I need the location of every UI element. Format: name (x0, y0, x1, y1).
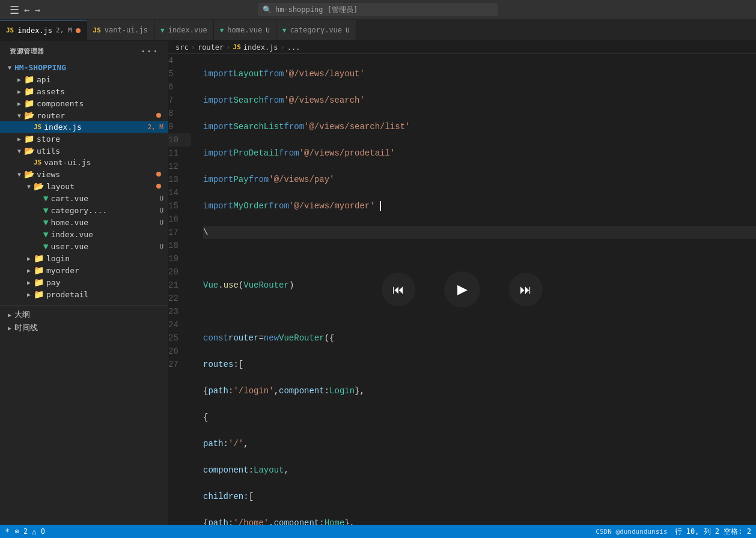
sidebar-item-label: api (37, 75, 50, 84)
expand-arrow: ▼ (5, 64, 14, 71)
expand-arrow: ▼ (14, 112, 24, 119)
folder-icon: 📁 (34, 265, 44, 275)
line-number: 4 (168, 54, 191, 67)
sidebar-item-label: layout (46, 182, 75, 191)
sidebar-item-pay[interactable]: ▶ 📁 pay (0, 276, 168, 288)
sidebar-header: 资源管理器 ··· (0, 41, 168, 62)
menu-icon[interactable]: ☰ (10, 4, 19, 16)
sidebar-item-label: pay (46, 278, 60, 287)
vue-icon: ▼ (220, 26, 224, 34)
code-line: path: '/', (203, 437, 756, 450)
sidebar-item-router-index[interactable]: JS index.js 2, M (0, 121, 168, 133)
sidebar-item-views[interactable]: ▼ 📂 views (0, 168, 168, 180)
play-button[interactable]: ▶ (444, 271, 480, 307)
sidebar-item-label: index.js (44, 122, 82, 131)
sidebar-item-utils[interactable]: ▼ 📂 utils (0, 145, 168, 157)
folder-open-icon: 📂 (24, 146, 34, 156)
line-number: 5 (168, 67, 191, 80)
vue-file-icon: ▼ (43, 217, 48, 227)
folder-icon: 📁 (24, 86, 34, 96)
sidebar-item-home-vue[interactable]: ▼ home.vue U (0, 216, 168, 228)
git-icon[interactable]: * (5, 527, 10, 536)
sidebar-item-label: login (46, 254, 70, 263)
statusbar-right: CSDN @dundundunsis 行 10, 列 2 空格: 2 (596, 527, 751, 537)
forward-button[interactable]: → (35, 4, 41, 16)
sidebar-item-layout[interactable]: ▼ 📂 layout (0, 180, 168, 192)
sidebar: 资源管理器 ··· ▼ HM-SHOPPING ▶ 📁 api ▶ 📁 asse… (0, 41, 168, 525)
sidebar-item-api[interactable]: ▶ 📁 api (0, 73, 168, 85)
sidebar-item-router[interactable]: ▼ 📂 router (0, 109, 168, 121)
sidebar-root[interactable]: ▼ HM-SHOPPING (0, 62, 168, 73)
line-number: 22 (168, 292, 191, 305)
sidebar-item-label: views (37, 170, 60, 179)
line-number: 8 (168, 107, 191, 120)
expand-arrow: ▶ (14, 76, 24, 83)
line-number: 19 (168, 252, 191, 265)
line-number: 15 (168, 199, 191, 213)
sidebar-more-button[interactable]: ··· (140, 46, 159, 57)
sidebar-item-vant-ui[interactable]: JS vant-ui.js (0, 157, 168, 168)
modified-badge (156, 113, 161, 118)
file-badge: U (159, 243, 163, 250)
tab-category-vue[interactable]: ▼ category.vue U (276, 20, 356, 40)
prev-track-button[interactable]: ⏮ (382, 273, 415, 306)
sidebar-item-components[interactable]: ▶ 📁 components (0, 97, 168, 109)
cursor-position: 行 10, 列 2 空格: 2 (675, 527, 751, 537)
nav-arrows: ← → (24, 4, 40, 16)
code-line: { path: '/home', component: Home }, (203, 516, 756, 525)
tab-vant-ui-js[interactable]: JS vant-ui.js (87, 20, 155, 40)
sidebar-item-label: components (37, 99, 84, 108)
sidebar-item-myorder[interactable]: ▶ 📁 myorder (0, 264, 168, 276)
sidebar-item-login[interactable]: ▶ 📁 login (0, 252, 168, 264)
sidebar-item-user-vue[interactable]: ▼ user.vue U (0, 240, 168, 252)
code-line: import SearchList from '@/views/search/l… (203, 120, 756, 133)
file-badge: 2, M (148, 123, 164, 131)
search-icon: 🔍 (263, 5, 272, 14)
vue-icon: ▼ (160, 26, 165, 34)
tab-home-vue[interactable]: ▼ home.vue U (214, 20, 276, 40)
sidebar-item-prodetail[interactable]: ▶ 📁 prodetail (0, 288, 168, 300)
tab-filename: vant-ui.js (105, 26, 148, 34)
expand-arrow: ▶ (5, 312, 14, 318)
code-line: import ProDetail from '@/views/prodetail… (203, 147, 756, 160)
code-line-cursor: \ (203, 226, 756, 239)
vue-file-icon: ▼ (43, 205, 48, 215)
breadcrumb-lang: JS (233, 43, 241, 51)
code-line: const router = new VueRouter({ (203, 331, 756, 345)
code-line: component: Layout, (203, 464, 756, 477)
next-track-button[interactable]: ⏭ (509, 273, 543, 306)
code-line: import Search from '@/views/search' (203, 94, 756, 107)
sidebar-item-label: router (37, 111, 65, 120)
expand-arrow: ▶ (24, 279, 34, 286)
sidebar-timeline-panel[interactable]: ▶ 时间线 (0, 321, 168, 334)
expand-arrow: ▼ (14, 148, 24, 154)
tab-index-js[interactable]: JS index.js 2, M (0, 20, 87, 40)
tab-index-vue[interactable]: ▼ index.vue (154, 20, 214, 40)
code-editor[interactable]: 4 5 6 7 8 9 10 11 12 13 14 15 16 17 18 1… (168, 54, 756, 525)
expand-arrow: ▼ (24, 183, 34, 190)
statusbar: * ⊗ 2 △ 0 CSDN @dundundunsis 行 10, 列 2 空… (0, 525, 756, 538)
back-button[interactable]: ← (24, 4, 30, 16)
sidebar-outline-panel[interactable]: ▶ 大纲 (0, 308, 168, 321)
breadcrumb-part: src (175, 43, 189, 52)
sidebar-item-cart-vue[interactable]: ▼ cart.vue U (0, 192, 168, 204)
js-file-icon: JS (34, 159, 41, 166)
search-bar[interactable]: 🔍 hm-shopping [管理员] (258, 3, 498, 16)
folder-icon: 📁 (34, 277, 44, 287)
expand-arrow: ▶ (24, 267, 34, 274)
code-line: { (203, 411, 756, 424)
sidebar-item-category-vue[interactable]: ▼ category.... U (0, 204, 168, 216)
file-badge: U (159, 195, 163, 202)
sidebar-item-store[interactable]: ▶ 📁 store (0, 133, 168, 145)
sidebar-item-label: user.vue (50, 242, 88, 251)
sidebar-item-label: utils (37, 147, 60, 156)
folder-open-icon: 📂 (24, 110, 34, 120)
line-number: 20 (168, 265, 191, 279)
sidebar-item-assets[interactable]: ▶ 📁 assets (0, 85, 168, 97)
line-number: 13 (168, 173, 191, 186)
line-number: 18 (168, 239, 191, 252)
sidebar-item-index-vue[interactable]: ▼ index.vue (0, 228, 168, 240)
js-file-icon: JS (34, 123, 41, 131)
sidebar-item-label: home.vue (50, 218, 88, 227)
media-controls: ⏮ ▶ ⏭ (382, 271, 543, 307)
